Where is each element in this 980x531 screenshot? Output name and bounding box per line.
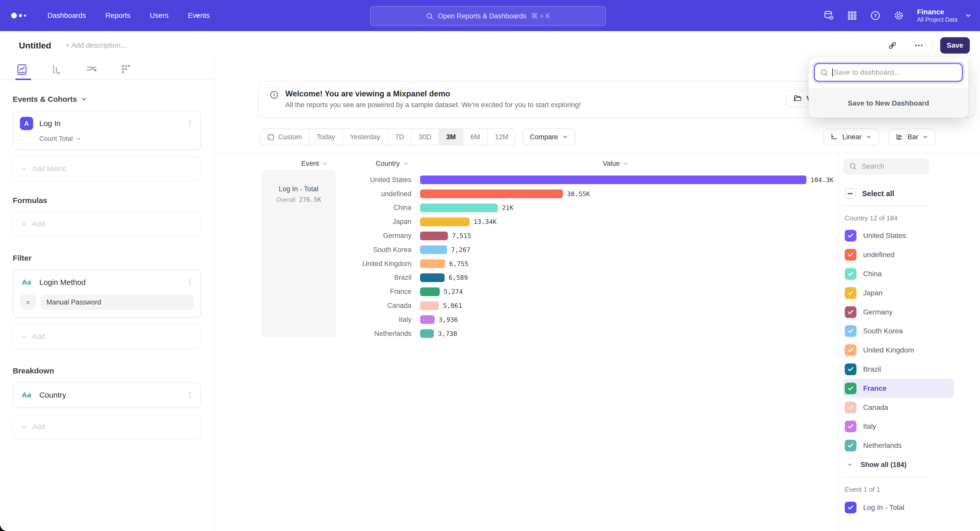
bar-value-label: 13.34K xyxy=(474,218,496,225)
event-checkbox[interactable] xyxy=(845,502,856,514)
mixpanel-logo-icon[interactable] xyxy=(11,13,26,18)
tab-retention-icon[interactable] xyxy=(120,63,132,76)
date-range-option[interactable]: Yesterday xyxy=(343,129,388,145)
save-to-new-dashboard-button[interactable]: Save to New Dashboard xyxy=(808,88,968,118)
tab-insights-icon[interactable] xyxy=(16,63,28,76)
chart-type-dropdown[interactable]: Bar xyxy=(888,128,935,145)
country-checkbox[interactable] xyxy=(845,230,856,241)
more-options-icon[interactable] xyxy=(914,41,923,50)
event-legend-item[interactable]: Log In - Total xyxy=(843,498,954,517)
metric-card[interactable]: A Log In Count Total xyxy=(13,111,201,150)
bar[interactable] xyxy=(420,190,563,198)
help-icon[interactable]: ? xyxy=(870,10,881,21)
copy-link-icon[interactable] xyxy=(888,41,897,50)
show-all-toggle[interactable]: Show all (184) xyxy=(843,461,980,469)
date-range-option[interactable]: Today xyxy=(310,129,343,145)
metric-event-name[interactable]: Log In xyxy=(39,119,180,128)
global-search-button[interactable]: Open Reports & Dashboards ⌘ + K xyxy=(370,6,606,26)
breakdown-card[interactable]: Aa Country xyxy=(13,382,201,408)
date-range-option[interactable]: 6M xyxy=(463,129,488,145)
bar[interactable] xyxy=(420,259,445,268)
country-legend-item[interactable]: South Korea xyxy=(843,322,954,341)
tab-funnels-icon[interactable] xyxy=(51,63,63,76)
date-range-option[interactable]: 30D xyxy=(412,129,439,145)
aggregation-dropdown[interactable]: Count Total xyxy=(39,135,194,143)
bar-category-label: United Kingdom xyxy=(215,260,411,268)
select-all-checkbox-indeterminate[interactable] xyxy=(845,188,856,199)
nav-link[interactable]: Dashboards xyxy=(48,11,86,20)
column-header-value[interactable]: Value xyxy=(582,160,649,168)
bar[interactable] xyxy=(420,231,448,240)
report-title[interactable]: Untitled xyxy=(19,41,51,51)
country-legend-item[interactable]: Germany xyxy=(843,303,954,322)
date-range-option[interactable]: 3M xyxy=(439,129,463,145)
bar[interactable] xyxy=(420,301,439,310)
bar[interactable] xyxy=(420,245,447,254)
reports-chevron-down-icon[interactable] xyxy=(194,12,201,19)
scale-dropdown[interactable]: Linear xyxy=(823,128,879,145)
country-checkbox[interactable] xyxy=(845,382,856,394)
filter-operator[interactable]: = xyxy=(20,295,36,310)
country-checkbox[interactable] xyxy=(845,325,856,337)
add-metric-button[interactable]: ＋ Add Metric xyxy=(13,156,201,181)
country-legend-item[interactable]: Canada xyxy=(843,398,954,417)
legend-search-input[interactable]: Search xyxy=(843,158,929,174)
bar[interactable] xyxy=(420,315,434,324)
check-icon xyxy=(847,252,854,258)
settings-gear-icon[interactable] xyxy=(894,10,904,21)
country-checkbox[interactable] xyxy=(845,249,856,261)
save-dashboard-search-input[interactable]: Save to dashboard... xyxy=(814,63,963,82)
country-legend-item[interactable]: Italy xyxy=(843,417,954,436)
nav-link[interactable]: Reports xyxy=(105,11,130,20)
filter-property-name[interactable]: Login Method xyxy=(39,278,180,287)
country-legend-item[interactable]: United Kingdom xyxy=(843,341,954,360)
column-header-country[interactable]: Country xyxy=(375,160,409,168)
bar[interactable] xyxy=(420,217,469,226)
country-legend-item[interactable]: Netherlands xyxy=(843,436,954,455)
country-checkbox[interactable] xyxy=(845,287,856,299)
country-legend-item[interactable]: undefined xyxy=(843,245,954,265)
country-checkbox[interactable] xyxy=(845,420,856,432)
date-range-option[interactable]: Custom xyxy=(260,129,310,145)
save-button[interactable]: Save xyxy=(940,37,970,54)
add-description-button[interactable]: + Add description... xyxy=(65,41,127,49)
bar[interactable] xyxy=(420,273,445,282)
search-shortcut: ⌘ + K xyxy=(531,12,550,20)
breakdown-property-name[interactable]: Country xyxy=(39,391,180,399)
data-management-icon[interactable] xyxy=(823,10,834,21)
bar[interactable] xyxy=(420,203,498,212)
apps-grid-icon[interactable] xyxy=(847,11,857,21)
country-checkbox[interactable] xyxy=(845,344,856,356)
country-checkbox[interactable] xyxy=(845,402,856,414)
bar-category-label: Italy xyxy=(215,316,411,323)
bar[interactable] xyxy=(420,176,807,184)
metric-kebab-icon[interactable] xyxy=(186,119,194,127)
filter-kebab-icon[interactable] xyxy=(186,278,194,287)
bar[interactable] xyxy=(420,287,440,296)
column-header-event[interactable]: Event xyxy=(281,160,348,168)
country-legend-item[interactable]: China xyxy=(843,265,954,284)
project-selector[interactable]: Finance All Project Data xyxy=(917,8,972,23)
country-legend-item[interactable]: France xyxy=(843,379,954,398)
date-range-option[interactable]: 12M xyxy=(488,129,515,145)
add-breakdown-button[interactable]: ＋ Add xyxy=(13,414,201,439)
country-checkbox[interactable] xyxy=(845,268,856,280)
date-range-option[interactable]: 7D xyxy=(388,129,412,145)
select-all-row[interactable]: Select all xyxy=(843,188,980,199)
country-checkbox[interactable] xyxy=(845,440,856,452)
nav-link[interactable]: Users xyxy=(150,11,169,20)
add-formula-button[interactable]: ＋ Add xyxy=(13,211,201,236)
events-cohorts-header[interactable]: Events & Cohorts xyxy=(13,95,201,103)
tab-flows-icon[interactable] xyxy=(85,63,97,76)
add-filter-button[interactable]: ＋ Add xyxy=(13,324,201,349)
bar[interactable] xyxy=(420,329,434,338)
country-legend-item[interactable]: Japan xyxy=(843,283,954,303)
filter-value[interactable]: Manual Password xyxy=(40,295,194,310)
country-checkbox[interactable] xyxy=(845,306,856,318)
compare-dropdown[interactable]: Compare xyxy=(523,128,576,145)
filter-card[interactable]: Aa Login Method = Manual Password xyxy=(13,269,201,317)
breakdown-kebab-icon[interactable] xyxy=(186,391,194,399)
country-legend-item[interactable]: Brazil xyxy=(843,360,954,379)
country-legend-item[interactable]: United States xyxy=(843,226,954,245)
country-checkbox[interactable] xyxy=(845,363,856,375)
